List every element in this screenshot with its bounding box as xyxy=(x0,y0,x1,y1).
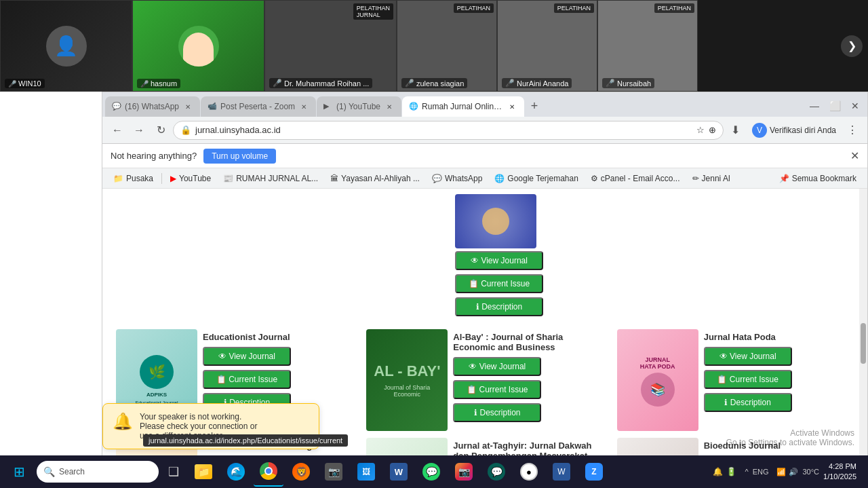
lang-indicator: ENG xyxy=(753,468,769,476)
zoom-tile-nuraini: PELATIHAN 🎤 NurAini Ananda xyxy=(497,0,597,92)
new-tab-button[interactable]: + xyxy=(525,96,544,115)
close-button[interactable]: ✕ xyxy=(846,98,865,114)
tab-bar: 💬 (16) WhatsApp ✕ 📹 Post Peserta - Zoom … xyxy=(102,92,867,117)
taskbar-file-explorer[interactable]: 📁 xyxy=(189,457,218,487)
description-btn-top[interactable]: ℹ Description xyxy=(455,297,543,316)
view-journal-hatapoda[interactable]: 👁 View Journal xyxy=(704,347,792,366)
description-hatapoda[interactable]: ℹ Description xyxy=(704,393,792,412)
volume-icon: 🔊 xyxy=(789,468,798,476)
tab-youtube[interactable]: ▶ (1) YouTube ✕ xyxy=(317,96,401,117)
maximize-button[interactable]: ⬜ xyxy=(825,98,844,114)
page-content: 👁 View Journal 📋 Current Issue ℹ Descrip… xyxy=(102,189,867,487)
notif-close-button[interactable]: ✕ xyxy=(850,149,859,162)
tab-whatsapp[interactable]: 💬 (16) WhatsApp ✕ xyxy=(105,96,200,117)
taskbar-edge[interactable]: 🌊 xyxy=(221,457,251,487)
extension-icon[interactable]: ⊕ xyxy=(709,125,716,135)
current-issue-hatapoda[interactable]: 📋 Current Issue xyxy=(704,370,792,389)
back-button[interactable]: ← xyxy=(108,121,127,140)
tab-close-youtube[interactable]: ✕ xyxy=(384,101,395,112)
journal-title-educationist: Educationist Journal xyxy=(203,332,291,342)
up-arrow: ^ xyxy=(745,468,748,476)
tab-journal[interactable]: 🌐 Rumah Jurnal Online UIN Sya... ✕ xyxy=(402,96,524,117)
system-tray-icons: 🔔 🔋 xyxy=(713,467,736,476)
bm-separator xyxy=(161,173,162,184)
taskbar-chrome2[interactable]: ● xyxy=(514,457,544,487)
taskbar-whatsapp[interactable]: 💬 xyxy=(416,457,446,487)
view-journal-educationist[interactable]: 👁 View Journal xyxy=(203,347,291,366)
yayasan-icon: 🏛 xyxy=(330,174,338,183)
journal-title-hatapoda: Jurnal Hata Poda xyxy=(704,332,792,342)
tile-name-nursaibah: 🎤 Nursaibah xyxy=(602,78,654,88)
taskbar-brave[interactable]: 🦁 xyxy=(286,457,316,487)
view-journal-albay[interactable]: 👁 View Journal xyxy=(453,357,541,376)
youtube-icon: ▶ xyxy=(170,174,176,183)
taskbar-word2[interactable]: W xyxy=(547,457,576,487)
bookmark-rumah-jurnal[interactable]: 📰 RUMAH JURNAL AL... xyxy=(218,172,323,185)
wa-icon: 💬 xyxy=(432,174,442,183)
warning-icon: 🔔 xyxy=(113,412,133,431)
zoom-next-button[interactable]: ❯ xyxy=(841,35,863,57)
clock[interactable]: 4:28 PM 1/10/2025 xyxy=(823,462,856,483)
scrollbar-thumb[interactable] xyxy=(861,323,866,364)
bookmark-star[interactable]: ☆ xyxy=(696,125,705,135)
tile-name-hasnum: 🎤 hasnum xyxy=(137,79,180,88)
tray-area[interactable]: ^ ENG xyxy=(741,468,772,476)
bookmark-pusaka[interactable]: 📁 Pusaka xyxy=(108,172,159,185)
page-scrollbar[interactable] xyxy=(859,189,867,487)
menu-button[interactable]: ⋮ xyxy=(843,121,862,140)
bookmark-jenni[interactable]: ✏ Jenni Al xyxy=(687,172,736,185)
tile-name-nuraini: 🎤 NurAini Ananda xyxy=(502,78,572,88)
description-albay[interactable]: ℹ Description xyxy=(453,403,541,422)
current-issue-albay[interactable]: 📋 Current Issue xyxy=(453,380,541,399)
forward-button[interactable]: → xyxy=(130,121,149,140)
taskbar-wa-desktop[interactable]: 💬 xyxy=(481,457,511,487)
profile-button[interactable]: V Verifikasi diri Anda xyxy=(748,123,840,138)
zoom-tile-roihan: PELATIHANJURNAL 🎤 Dr. Muhammad Roihan ..… xyxy=(264,0,397,92)
tab-close-zoom[interactable]: ✕ xyxy=(298,101,309,112)
bookmarks-bar: 📁 Pusaka ▶ YouTube 📰 RUMAH JURNAL AL... … xyxy=(102,168,867,189)
browser-window: 💬 (16) WhatsApp ✕ 📹 Post Peserta - Zoom … xyxy=(102,92,868,488)
taskbar-zoom[interactable]: Z xyxy=(579,457,609,487)
address-bar[interactable]: 🔒 jurnal.uinsyhada.ac.id ☆ ⊕ xyxy=(173,121,724,140)
cpanel-icon: ⚙ xyxy=(591,174,598,183)
bookmark-youtube[interactable]: ▶ YouTube xyxy=(165,172,216,185)
taskbar-chrome[interactable] xyxy=(254,457,283,487)
taskbar-photos[interactable]: 🖼 xyxy=(351,457,381,487)
minimize-button[interactable]: — xyxy=(805,98,824,114)
bookmark-translate[interactable]: 🌐 Google Terjemahan xyxy=(489,172,584,185)
task-view-button[interactable]: ❑ xyxy=(161,459,186,484)
current-issue-educationist[interactable]: 📋 Current Issue xyxy=(203,370,291,389)
tab-close-whatsapp[interactable]: ✕ xyxy=(182,101,193,112)
turn-up-volume-button[interactable]: Turn up volume xyxy=(203,149,276,164)
tab-close-journal[interactable]: ✕ xyxy=(507,101,517,112)
bookmark-all[interactable]: 📌 Semua Bookmark xyxy=(774,172,862,185)
lock-icon: 🔒 xyxy=(180,125,191,135)
tile-name-roihan: 🎤 Dr. Muhammad Roihan ... xyxy=(269,78,372,88)
taskbar-instagram[interactable]: 📷 xyxy=(449,457,479,487)
journal-title-bioedunis: Bioedunis Journal xyxy=(704,440,792,451)
journal-icon: 📰 xyxy=(223,174,233,183)
journal-hatapoda: JURNALHATA PODA 📚 Jurnal Hata Poda 👁 Vie… xyxy=(610,329,854,431)
download-button[interactable]: ⬇ xyxy=(726,121,745,140)
taskbar-camera[interactable]: 📷 xyxy=(319,457,349,487)
start-button[interactable]: ⊞ xyxy=(4,457,34,487)
taskbar-search[interactable]: 🔍 Search xyxy=(37,461,159,483)
reload-button[interactable]: ↻ xyxy=(151,121,170,140)
tab-favicon-zoom: 📹 xyxy=(208,102,217,111)
folder-icon: 📁 xyxy=(113,174,123,183)
tab-favicon-journal: 🌐 xyxy=(409,102,418,111)
view-journal-btn-top[interactable]: 👁 View Journal xyxy=(455,251,543,270)
current-issue-btn-top[interactable]: 📋 Current Issue xyxy=(455,274,543,293)
notification-bar: Not hearing anything? Turn up volume ✕ xyxy=(102,144,867,168)
bookmark-cpanel[interactable]: ⚙ cPanel - Email Acco... xyxy=(585,172,686,185)
journal-albay: AL - BAY' Journal of ShariaEconomic Al-B… xyxy=(359,329,610,431)
bookmark-whatsapp[interactable]: 💬 WhatsApp xyxy=(427,172,488,185)
zoom-tile-zulena: PELATIHAN 🎤 zulena siagian xyxy=(397,0,497,92)
bookmark-yayasan[interactable]: 🏛 Yayasan Al-Ahliyah ... xyxy=(325,172,425,185)
address-text: jurnal.uinsyhada.ac.id xyxy=(195,125,692,135)
taskbar-word[interactable]: W xyxy=(384,457,414,487)
notification-icon[interactable]: 🔔 xyxy=(713,467,723,476)
taskbar: ⊞ 🔍 Search ❑ 📁 🌊 🦁 📷 🖼 W 💬 📷 💬 ● xyxy=(0,455,868,488)
tab-zoom[interactable]: 📹 Post Peserta - Zoom ✕ xyxy=(201,96,316,117)
jenni-icon: ✏ xyxy=(692,174,699,183)
